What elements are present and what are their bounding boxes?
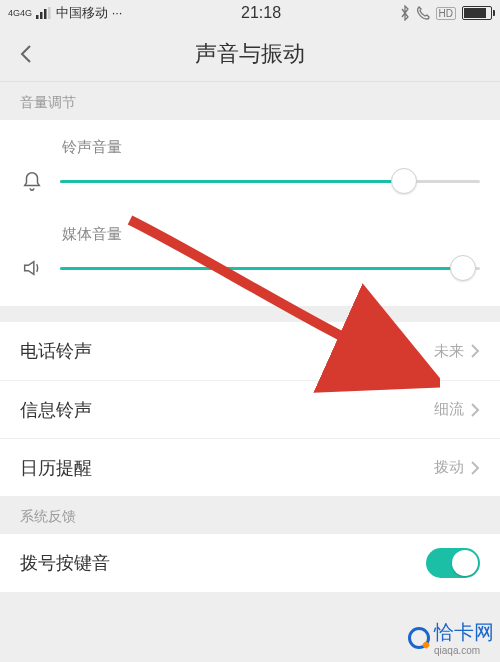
phone-ringtone-value: 未来 bbox=[434, 342, 464, 361]
status-bar: 4G4G 中国移动 ··· 21:18 HD bbox=[0, 0, 500, 26]
signal-icon bbox=[36, 7, 52, 19]
svg-rect-0 bbox=[36, 15, 39, 19]
bluetooth-icon bbox=[400, 5, 410, 21]
chevron-left-icon bbox=[14, 42, 38, 66]
chevron-right-icon bbox=[470, 343, 480, 359]
media-volume-slider[interactable] bbox=[60, 267, 480, 270]
ringtone-panel: 电话铃声 未来 信息铃声 细流 日历提醒 拨动 bbox=[0, 322, 500, 496]
feedback-panel: 拨号按键音 bbox=[0, 534, 500, 592]
carrier-label: 中国移动 ··· bbox=[56, 4, 122, 22]
watermark-logo-icon bbox=[408, 627, 430, 649]
phone-icon bbox=[416, 6, 430, 20]
network-type: 4G4G bbox=[8, 9, 32, 17]
dialpad-sound-label: 拨号按键音 bbox=[20, 551, 110, 575]
dialpad-sound-toggle[interactable] bbox=[426, 548, 480, 578]
watermark: 恰卡网 qiaqa.com bbox=[408, 619, 494, 656]
phone-ringtone-label: 电话铃声 bbox=[20, 339, 92, 363]
svg-rect-1 bbox=[40, 12, 43, 19]
section-header-volume: 音量调节 bbox=[0, 82, 500, 120]
ringtone-volume-slider[interactable] bbox=[60, 180, 480, 183]
chevron-right-icon bbox=[470, 402, 480, 418]
bell-icon bbox=[20, 169, 44, 193]
media-volume-group: 媒体音量 bbox=[0, 219, 500, 306]
volume-panel: 铃声音量 媒体音量 bbox=[0, 120, 500, 306]
message-ringtone-value: 细流 bbox=[434, 400, 464, 419]
phone-ringtone-item[interactable]: 电话铃声 未来 bbox=[0, 322, 500, 380]
svg-rect-2 bbox=[44, 9, 47, 19]
dialpad-sound-item: 拨号按键音 bbox=[0, 534, 500, 592]
calendar-reminder-item[interactable]: 日历提醒 拨动 bbox=[0, 438, 500, 496]
watermark-domain: qiaqa.com bbox=[434, 646, 494, 656]
nav-bar: 声音与振动 bbox=[0, 26, 500, 82]
speaker-icon bbox=[20, 256, 44, 280]
status-right: HD bbox=[400, 5, 492, 21]
watermark-name: 恰卡网 bbox=[434, 621, 494, 643]
status-time: 21:18 bbox=[241, 4, 281, 22]
status-left: 4G4G 中国移动 ··· bbox=[8, 4, 122, 22]
chevron-right-icon bbox=[470, 460, 480, 476]
spacer bbox=[0, 306, 500, 322]
media-volume-label: 媒体音量 bbox=[62, 225, 480, 244]
ringtone-volume-group: 铃声音量 bbox=[0, 120, 500, 219]
slider-thumb[interactable] bbox=[450, 255, 476, 281]
section-header-feedback: 系统反馈 bbox=[0, 496, 500, 534]
ringtone-volume-label: 铃声音量 bbox=[62, 138, 480, 157]
page-title: 声音与振动 bbox=[195, 39, 305, 69]
calendar-reminder-value: 拨动 bbox=[434, 458, 464, 477]
calendar-reminder-label: 日历提醒 bbox=[20, 456, 92, 480]
svg-rect-3 bbox=[48, 7, 51, 19]
message-ringtone-item[interactable]: 信息铃声 细流 bbox=[0, 380, 500, 438]
back-button[interactable] bbox=[14, 42, 38, 66]
slider-thumb[interactable] bbox=[391, 168, 417, 194]
battery-icon bbox=[462, 6, 492, 20]
hd-label: HD bbox=[436, 7, 456, 20]
message-ringtone-label: 信息铃声 bbox=[20, 398, 92, 422]
